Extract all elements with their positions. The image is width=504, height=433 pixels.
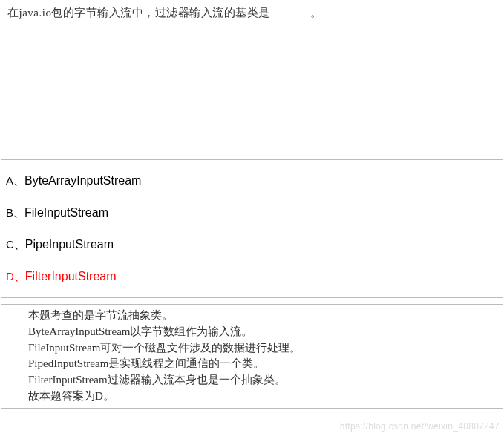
answer-option-a[interactable]: A、ByteArrayInputStream — [6, 174, 498, 188]
blank-line — [270, 6, 310, 16]
answer-text: ByteArrayInputStream — [24, 174, 141, 187]
answers-box: A、ByteArrayInputStream B、FileInputStream… — [1, 161, 503, 298]
explanation-line: FilterInputStream过滤器输入流本身也是一个抽象类。 — [28, 372, 497, 389]
explanation-line: FileInputStream可对一个磁盘文件涉及的数据进行处理。 — [28, 340, 497, 357]
explanation-line: ByteArrayInputStream以字节数组作为输入流。 — [28, 324, 497, 340]
answer-text: FilterInputStream — [25, 270, 117, 282]
answer-label: A、 — [6, 174, 24, 187]
answer-option-d[interactable]: D、FilterInputStream — [6, 270, 498, 284]
answer-option-b[interactable]: B、FileInputStream — [6, 206, 498, 220]
answer-text: FileInputStream — [24, 206, 108, 219]
answer-label: B、 — [6, 206, 24, 219]
explanation-line: 故本题答案为D。 — [28, 389, 497, 405]
question-text-prefix: 在java.io包的字节输入流中，过滤器输入流的基类是 — [7, 7, 270, 19]
explanation-line: PipedInputStream是实现线程之间通信的一个类。 — [28, 356, 497, 372]
question-text-suffix: 。 — [310, 7, 322, 19]
answer-label: C、 — [6, 238, 25, 251]
answer-label: D、 — [6, 270, 25, 282]
explanation-box: 本题考查的是字节流抽象类。 ByteArrayInputStream以字节数组作… — [1, 304, 503, 409]
question-box: 在java.io包的字节输入流中，过滤器输入流的基类是。 — [1, 1, 503, 160]
explanation-line: 本题考查的是字节流抽象类。 — [28, 308, 497, 324]
watermark: https://blog.csdn.net/weixin_40807247 — [340, 421, 500, 432]
answer-option-c[interactable]: C、PipeInputStream — [6, 238, 498, 252]
answer-text: PipeInputStream — [25, 238, 114, 251]
